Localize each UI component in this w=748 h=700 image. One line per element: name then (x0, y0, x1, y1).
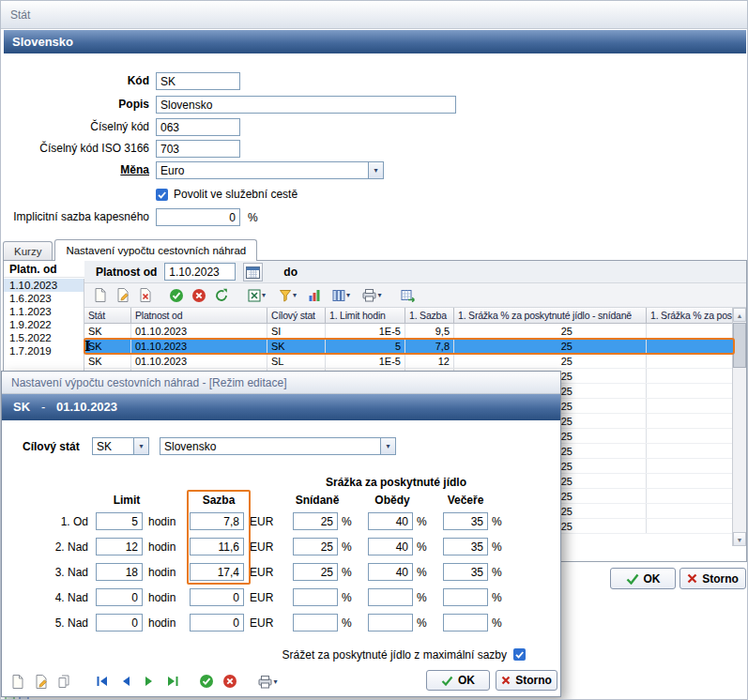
print-button[interactable]: ▾ (253, 672, 282, 691)
limit-input[interactable] (96, 588, 143, 606)
lunch-input[interactable] (368, 563, 413, 581)
copy-record-button[interactable] (54, 672, 75, 691)
scroll-up-arrow[interactable]: ▲ (733, 308, 746, 322)
max-rate-checkbox[interactable] (513, 647, 526, 660)
grid-row[interactable]: SK01.10.2023SK57,825 (84, 339, 734, 354)
grid-column-header[interactable]: Cílový stat (267, 308, 326, 324)
cancel-button[interactable] (189, 286, 209, 305)
grid-column-header[interactable]: 1. Srážka % za poskytnuté jídlo - snídan… (454, 308, 647, 324)
tab-kurzy[interactable]: Kurzy (3, 241, 53, 261)
dinner-input[interactable] (443, 588, 488, 606)
grid-column-header[interactable]: Platnost od (131, 308, 267, 324)
grid-row[interactable]: SK01.10.2023SL1E-51225 (84, 354, 734, 369)
limit-input[interactable] (96, 512, 143, 530)
new-record-button[interactable] (90, 286, 111, 305)
dinner-input[interactable] (443, 512, 488, 530)
validity-list-item[interactable]: 1.6.2023 (4, 292, 84, 305)
povolit-checkbox[interactable] (156, 188, 168, 200)
dinner-input[interactable] (443, 538, 488, 555)
lunch-input[interactable] (368, 512, 413, 530)
chevron-down-icon[interactable]: ▾ (368, 161, 384, 179)
validity-list-item[interactable]: 1.1.2023 (4, 305, 84, 318)
cilovy-stat-code-input[interactable] (92, 437, 133, 455)
popis-input[interactable] (156, 96, 456, 114)
filter-button[interactable]: ▾ (273, 286, 302, 305)
edit-record-button[interactable] (31, 672, 52, 691)
calendar-button[interactable] (243, 263, 263, 282)
validity-list-item[interactable]: 1.7.2019 (4, 344, 84, 358)
percent-unit: % (492, 540, 505, 554)
chart-button[interactable] (304, 286, 325, 305)
breakfast-input[interactable] (293, 512, 338, 530)
cilovy-stat-code-combo[interactable]: ▾ (92, 437, 149, 455)
breakfast-input[interactable] (293, 538, 338, 555)
breakfast-input[interactable] (293, 588, 338, 606)
dialog-header-code: SK (13, 394, 30, 420)
first-record-button[interactable] (92, 672, 113, 691)
grid-column-header[interactable]: 1. Limit hodin (326, 308, 405, 324)
kod-input[interactable] (156, 72, 240, 90)
next-record-button[interactable] (139, 672, 160, 691)
cancel-button[interactable] (220, 672, 240, 691)
lunch-input[interactable] (368, 588, 413, 606)
grid-vertical-scrollbar[interactable]: ▲ ▼ (732, 308, 746, 546)
grid-cell (647, 489, 734, 503)
rate-input[interactable] (190, 588, 244, 606)
rate-input[interactable] (190, 512, 244, 530)
mena-input[interactable] (156, 161, 368, 179)
scroll-thumb[interactable] (733, 323, 746, 368)
storno-button[interactable]: Storno (679, 568, 746, 589)
refresh-button[interactable] (211, 286, 232, 305)
mena-combo[interactable]: ▾ (156, 161, 384, 179)
scroll-down-arrow[interactable]: ▼ (733, 532, 746, 546)
previous-record-button[interactable] (115, 672, 136, 691)
excel-export-button[interactable]: ▾ (242, 286, 271, 305)
grid-row[interactable]: SK01.10.2023SI1E-59,525 (84, 324, 734, 339)
delete-record-button[interactable] (135, 286, 156, 305)
dialog-ok-button[interactable]: OK (426, 670, 490, 691)
columns-button[interactable]: ▾ (327, 286, 356, 305)
grid-column-header[interactable]: 1. Srážka % za pos (647, 308, 734, 324)
platnost-od-input[interactable] (164, 263, 236, 281)
validity-list-item[interactable]: 1.9.2022 (4, 318, 84, 331)
grid-cell: 12 (405, 354, 454, 368)
validity-list-item[interactable]: 1.10.2023 (4, 279, 84, 292)
breakfast-input[interactable] (293, 614, 338, 632)
grid-column-header[interactable]: 1. Sazba (405, 308, 454, 324)
cilovy-stat-name-input[interactable] (160, 437, 380, 455)
kapesne-input[interactable] (156, 208, 240, 226)
dialog-header-date: 01.10.2023 (56, 394, 117, 420)
grid-cell (647, 399, 734, 413)
rate-input[interactable] (190, 563, 244, 581)
limit-input[interactable] (96, 538, 143, 555)
limit-input[interactable] (96, 563, 143, 581)
iso-input[interactable] (156, 140, 240, 158)
rate-input[interactable] (190, 614, 244, 632)
export-table-button[interactable] (397, 286, 418, 305)
dialog-storno-button[interactable]: Storno (496, 670, 557, 691)
last-record-button[interactable] (162, 672, 183, 691)
tab-nastaveni[interactable]: Nastavení vypočtu cestovních náhrad (54, 239, 257, 261)
mena-label[interactable]: Měna (1, 161, 149, 179)
max-rate-checkbox-label: Srážet za poskytnuté jídlo z maximální s… (2, 646, 507, 664)
dinner-input[interactable] (443, 563, 488, 581)
edit-record-button[interactable] (113, 286, 133, 305)
print-button[interactable]: ▾ (358, 286, 387, 305)
cilovy-stat-name-combo[interactable]: ▾ (160, 437, 396, 455)
ciselny-kod-input[interactable] (156, 118, 240, 136)
validity-list-item[interactable]: 1.5.2022 (4, 331, 84, 344)
breakfast-input[interactable] (293, 563, 338, 581)
confirm-button[interactable] (166, 286, 187, 305)
dinner-input[interactable] (443, 614, 488, 632)
grid-column-header[interactable]: Stát (84, 308, 131, 324)
new-record-button[interactable] (8, 672, 28, 691)
lunch-input[interactable] (368, 614, 413, 632)
chevron-down-icon[interactable]: ▾ (133, 437, 149, 455)
rate-row-label: 1. Od (2, 515, 96, 528)
chevron-down-icon[interactable]: ▾ (380, 437, 396, 455)
limit-input[interactable] (96, 614, 143, 632)
confirm-button[interactable] (196, 672, 217, 691)
rate-input[interactable] (190, 538, 244, 555)
lunch-input[interactable] (368, 538, 413, 555)
ok-button[interactable]: OK (610, 568, 676, 589)
